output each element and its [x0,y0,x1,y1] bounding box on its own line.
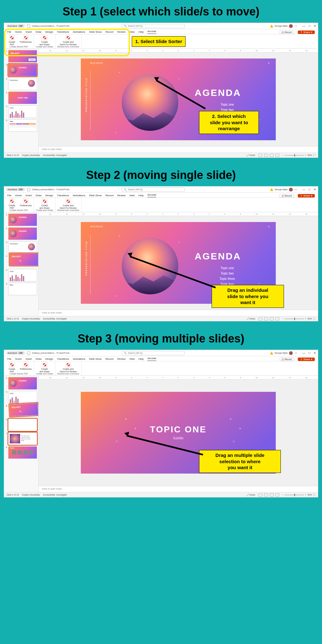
tab-view[interactable]: View [129,194,135,197]
tab-transitions[interactable]: Transitions [57,194,69,197]
zoom-in-icon[interactable]: + [305,154,306,156]
view-slideshow-icon[interactable] [275,493,279,497]
notes-toggle[interactable]: 📝 Notes [246,154,255,157]
create-pdf-button[interactable]: Create PDF [6,198,18,209]
tab-animations[interactable]: Animations [73,194,86,197]
notes-pane[interactable]: Click to add notes [39,486,318,492]
view-reading-icon[interactable] [270,317,274,320]
create-pdf-button[interactable]: Create PDF [6,362,18,373]
preferences-button[interactable]: Preferences [20,362,32,373]
language-indicator[interactable]: English (Australia) [22,318,40,320]
language-indicator[interactable]: English (Australia) [22,494,40,496]
thumb-slide-6[interactable]: Table [8,119,37,132]
zoom-slider[interactable] [285,155,304,156]
thumb-slide-3[interactable]: Introduction [8,241,37,254]
maximize-button[interactable]: □ [308,188,310,191]
share-button[interactable]: ⇧Share ▾ [298,358,315,361]
notes-toggle[interactable]: 📝 Notes [246,318,255,320]
thumb-slide-5[interactable]: Chart [8,391,37,403]
zoom-control[interactable]: − + 90% ⛶ [282,154,315,156]
minimize-button[interactable]: — [302,24,305,28]
view-sorter-icon[interactable] [264,317,268,320]
maximize-button[interactable]: □ [308,24,310,28]
tab-slideshow[interactable]: Slide Show [89,194,102,197]
tab-record[interactable]: Record [105,194,114,197]
tab-home[interactable]: Home [15,194,22,197]
record-button[interactable]: Record [280,194,294,197]
thumb-slide-4[interactable]: AGENDA [8,377,37,390]
thumb-slide-6[interactable]: ... [8,419,37,431]
record-button[interactable]: Record [280,358,294,361]
tab-review[interactable]: Review [117,358,125,361]
thumb-slide-5[interactable]: Chart [8,269,37,281]
share-button[interactable]: ⇧Share ▾ [298,194,315,197]
thumb-slide-2[interactable]: AGENDA [8,227,37,240]
view-normal-icon[interactable] [258,493,262,497]
create-share-button[interactable]: Create and Share [39,198,51,209]
tab-review[interactable]: Review [117,194,125,197]
slide-thumbnail-panel[interactable]: 4 AGENDA 5 Chart 3 GALAXY ↖ 6 ... 7 [4,376,39,492]
tab-transitions[interactable]: Transitions [57,358,69,361]
ribbon-display-options-icon[interactable]: ▭ [295,188,297,191]
zoom-control[interactable]: −+90%⛶ [282,318,315,320]
thumb-slide-4-dragging[interactable]: GALAXY ↖ [9,253,38,266]
view-sorter-icon[interactable] [264,154,268,157]
tab-home[interactable]: Home [15,358,22,361]
view-sorter-icon[interactable] [264,493,268,497]
tab-design[interactable]: Design [45,194,53,197]
close-button[interactable]: ✕ [314,24,316,28]
notes-pane[interactable]: Click to add notes [39,310,318,316]
user-account[interactable]: George Myke [270,24,293,28]
ribbon-display-options-icon[interactable]: ▭ [295,352,297,354]
notes-toggle[interactable]: 📝 Notes [246,494,255,496]
tab-help[interactable]: Help [139,358,144,361]
create-share-button[interactable]: Create and Share [39,362,51,373]
minimize-button[interactable]: — [302,188,305,191]
view-slideshow-icon[interactable] [275,317,279,320]
share-button[interactable]: ⇧Share ▾ [298,31,315,34]
user-account[interactable]: George Myke [270,351,293,355]
minimize-button[interactable]: — [302,351,305,355]
search-input[interactable]: 🔍 Search (Alt+Q) [122,24,185,28]
preferences-button[interactable]: Preferences [20,198,32,209]
tab-file[interactable]: File [7,358,11,361]
thumb-slide-8[interactable]: TEAM [8,446,37,459]
tab-view[interactable]: View [129,358,135,361]
zoom-control[interactable]: −+90%⛶ [282,494,315,496]
thumb-slide-1[interactable]: AGENDA [8,214,37,226]
view-normal-icon[interactable] [258,154,262,157]
search-input[interactable]: 🔍 Search (Alt+Q) [122,187,185,192]
send-for-review-button[interactable]: Create and Send For Review [59,362,78,373]
tab-insert[interactable]: Insert [25,194,32,197]
thumb-slide-5[interactable]: Chart [8,105,37,118]
accessibility-indicator[interactable]: Accessibility: Investigate [43,494,67,496]
tab-animations[interactable]: Animations [73,358,86,361]
record-button[interactable]: Record [280,31,294,34]
tab-acrobat[interactable]: Acrobat [147,193,156,197]
notes-pane[interactable]: Click to add notes [39,146,318,153]
ribbon-display-options-icon[interactable]: ▭ [295,25,297,27]
thumb-slide-6[interactable]: Table [8,283,37,295]
autosave-toggle[interactable]: AutoSave Off [6,188,25,191]
thumb-slide-7[interactable]: The way to getstarted is to quittalking … [8,432,37,445]
send-for-review-button[interactable]: Create and Send For Review [59,198,78,209]
slide-thumbnail-panel[interactable]: 1 GALAXY Galaxy 2 AGENDA 3 Introduction … [4,49,39,153]
tab-design[interactable]: Design [45,358,53,361]
thumb-slide-3[interactable]: Introduction [8,78,37,90]
tab-file[interactable]: File [7,194,11,197]
accessibility-indicator[interactable]: Accessibility: Investigate [43,318,67,320]
view-normal-icon[interactable] [258,317,262,320]
save-icon[interactable] [27,352,30,355]
thumb-galaxy-dragging[interactable]: GALAXY ↖ [9,403,39,417]
save-icon[interactable] [27,188,30,191]
view-reading-icon[interactable] [270,493,274,497]
view-slideshow-icon[interactable] [275,154,279,157]
thumb-slide-4[interactable]: TOPIC ONE [8,92,37,104]
save-icon[interactable] [27,25,30,28]
autosave-toggle[interactable]: AutoSave Off [6,351,25,355]
tab-insert[interactable]: Insert [25,358,32,361]
tab-help[interactable]: Help [139,31,144,34]
fit-to-window-icon[interactable]: ⛶ [313,154,315,156]
tab-acrobat[interactable]: Acrobat [147,30,156,34]
tab-acrobat[interactable]: Acrobat [147,357,156,361]
